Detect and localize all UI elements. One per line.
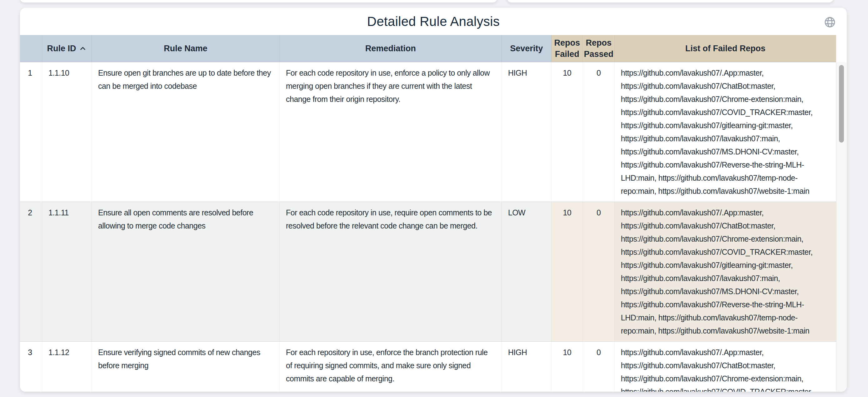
column-header-rule-name[interactable]: Rule Name	[92, 35, 280, 62]
failed-repos-list-cell: https://github.com/lavakush07/.App:maste…	[615, 62, 836, 202]
detailed-rule-analysis-card: Detailed Rule Analysis Rule ID	[20, 8, 847, 392]
sort-ascending-icon[interactable]	[79, 44, 87, 53]
rule-name-cell: Ensure open git branches are up to date …	[92, 62, 280, 202]
failed-repos-list-cell: https://github.com/lavakush07/.App:maste…	[615, 202, 836, 341]
column-header-index	[20, 35, 42, 62]
scrollbar-track[interactable]	[836, 62, 847, 392]
rule-id-cell: 1.1.12	[42, 342, 92, 392]
table-body: 1 1.1.10 Ensure open git branches are up…	[20, 62, 836, 392]
page-title: Detailed Rule Analysis	[367, 14, 500, 29]
rule-name-cell: Ensure all open comments are resolved be…	[92, 202, 280, 341]
row-index: 1	[20, 62, 42, 202]
column-header-remediation[interactable]: Remediation	[280, 35, 502, 62]
repos-passed-cell: 0	[583, 202, 615, 341]
top-left-card-edge	[20, 0, 497, 2]
severity-cell: HIGH	[502, 62, 552, 202]
table-row: 2 1.1.11 Ensure all open comments are re…	[20, 202, 836, 342]
failed-repos-list-cell: https://github.com/lavakush07/.App:maste…	[615, 342, 836, 392]
column-header-repos-passed[interactable]: Repos Passed	[583, 35, 615, 62]
column-header-severity[interactable]: Severity	[502, 35, 552, 62]
rule-id-cell: 1.1.10	[42, 62, 92, 202]
remediation-cell: For each repository in use, enforce the …	[280, 342, 502, 392]
globe-button[interactable]	[824, 16, 836, 28]
repos-failed-cell: 10	[552, 202, 583, 341]
repos-failed-cell: 10	[552, 342, 583, 392]
remediation-cell: For each code repository in use, require…	[280, 202, 502, 341]
globe-icon	[824, 16, 836, 28]
row-index: 3	[20, 342, 42, 392]
scrollbar-header-spacer	[836, 35, 847, 62]
rule-table: Rule ID Rule Name Remediation Severity R…	[20, 35, 847, 392]
top-right-card-edge	[507, 0, 833, 2]
column-header-rule-id[interactable]: Rule ID	[42, 35, 92, 62]
rule-id-cell: 1.1.11	[42, 202, 92, 341]
table-scrollbar	[836, 35, 847, 392]
card-title-bar: Detailed Rule Analysis	[20, 8, 847, 35]
rule-name-cell: Ensure verifying signed commits of new c…	[92, 342, 280, 392]
page: Detailed Rule Analysis Rule ID	[0, 0, 868, 397]
table-header-row: Rule ID Rule Name Remediation Severity R…	[20, 35, 836, 62]
severity-cell: HIGH	[502, 342, 552, 392]
column-header-repos-failed[interactable]: Repos Failed	[552, 35, 583, 62]
scrollbar-thumb[interactable]	[839, 65, 844, 143]
severity-cell: LOW	[502, 202, 552, 341]
column-header-failed-repos-list[interactable]: List of Failed Repos	[615, 35, 836, 62]
repos-passed-cell: 0	[583, 62, 615, 202]
table-row: 3 1.1.12 Ensure verifying signed commits…	[20, 342, 836, 392]
table-row: 1 1.1.10 Ensure open git branches are up…	[20, 62, 836, 202]
remediation-cell: For each code repository in use, enforce…	[280, 62, 502, 202]
row-index: 2	[20, 202, 42, 341]
repos-failed-cell: 10	[552, 62, 583, 202]
repos-passed-cell: 0	[583, 342, 615, 392]
